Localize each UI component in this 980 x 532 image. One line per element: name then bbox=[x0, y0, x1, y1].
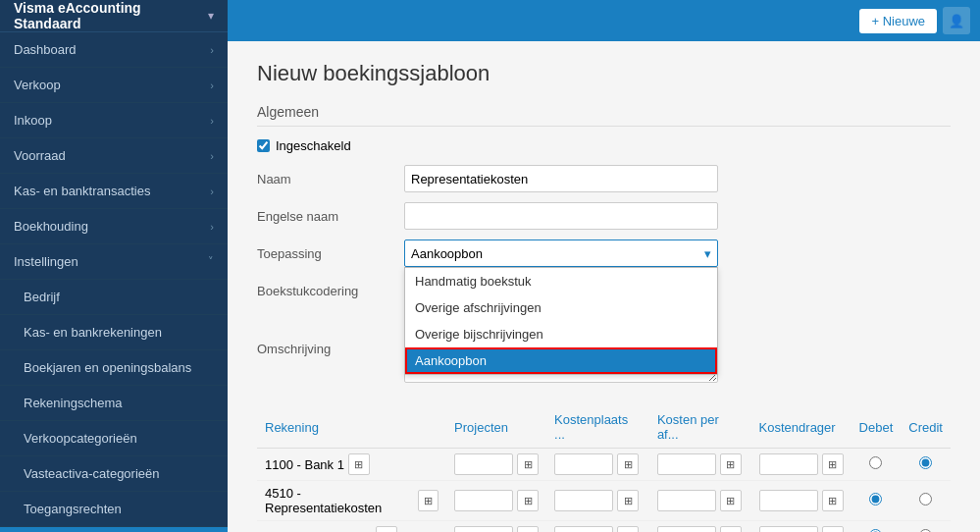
kostendrager-lookup-button[interactable]: ⊞ bbox=[822, 526, 844, 532]
kostendrager-lookup-button[interactable]: ⊞ bbox=[822, 490, 844, 511]
sidebar-item-inkoop[interactable]: Inkoop › bbox=[0, 103, 228, 138]
kosten-per-af-lookup-button[interactable]: ⊞ bbox=[720, 490, 742, 511]
sidebar-item-instellingen[interactable]: Instellingen ˅ bbox=[0, 244, 228, 280]
debet-cell bbox=[851, 481, 902, 521]
kostenplaats-input[interactable] bbox=[554, 453, 613, 475]
projecten-lookup-button[interactable]: ⊞ bbox=[517, 453, 539, 475]
sidebar-item-label: Boekhouding bbox=[14, 219, 88, 234]
kostenplaats-lookup-button[interactable]: ⊞ bbox=[617, 490, 639, 511]
debet-radio[interactable] bbox=[869, 456, 882, 469]
toepassing-group: Toepassing Aankoopbon ▾ Handmatig boekst… bbox=[257, 239, 951, 267]
sidebar-item-boekjaren[interactable]: Boekjaren en openingsbalans bbox=[0, 350, 228, 386]
credit-radio[interactable] bbox=[919, 493, 932, 505]
dropdown-arrow-icon: ▾ bbox=[704, 246, 711, 261]
kosten-per-af-lookup-button[interactable]: ⊞ bbox=[720, 453, 742, 475]
kosten-per-af-cell: ⊞ bbox=[649, 481, 751, 521]
credit-radio[interactable] bbox=[919, 456, 932, 469]
sidebar-item-kas-bank[interactable]: Kas- en banktransacties › bbox=[0, 174, 228, 209]
rekening-cell: 4510 - Representatiekosten ⊞ bbox=[257, 481, 446, 521]
sidebar-item-kas-bankrekeningen[interactable]: Kas- en bankrekeningen bbox=[0, 315, 228, 350]
sidebar-item-label: Verkoopcategorieën bbox=[24, 431, 137, 446]
kostenplaats-lookup-button[interactable]: ⊞ bbox=[617, 453, 639, 475]
col-debet: Debet bbox=[851, 406, 902, 449]
col-kostenplaats: Kostenplaats ... bbox=[546, 406, 649, 449]
sidebar-item-boekhouding[interactable]: Boekhouding › bbox=[0, 209, 228, 244]
rekening-lookup-button[interactable]: ⊞ bbox=[348, 453, 370, 475]
col-projecten: Projecten bbox=[446, 406, 546, 449]
chevron-right-icon: › bbox=[210, 115, 214, 127]
app-title: Visma eAccounting Standaard bbox=[14, 0, 208, 31]
kosten-per-af-lookup-button[interactable]: ⊞ bbox=[720, 526, 742, 532]
ingeschakeld-label: Ingeschakeld bbox=[276, 138, 351, 153]
rekening-cell: 1100 - Bank 1 ⊞ bbox=[257, 449, 446, 481]
naam-input[interactable] bbox=[404, 165, 718, 192]
sidebar-item-verkoop[interactable]: Verkoop › bbox=[0, 68, 228, 103]
projecten-input[interactable] bbox=[454, 526, 513, 532]
sidebar-item-rekeningschema[interactable]: Rekeningschema bbox=[0, 386, 228, 421]
engelse-naam-group: Engelse naam bbox=[257, 202, 951, 230]
sidebar-item-bedrijf[interactable]: Bedrijf bbox=[0, 280, 228, 315]
sidebar-item-toegangsrechten[interactable]: Toegangsrechten bbox=[0, 492, 228, 527]
sidebar-header[interactable]: Visma eAccounting Standaard ▾ bbox=[0, 0, 228, 32]
col-kostendrager: Kostendrager bbox=[751, 406, 851, 449]
profile-icon[interactable]: 👤 bbox=[943, 7, 970, 34]
toepassing-dropdown[interactable]: Aankoopbon ▾ Handmatig boekstuk Overige … bbox=[404, 239, 718, 267]
debet-cell bbox=[851, 521, 902, 533]
col-kosten-per-af: Kosten per af... bbox=[649, 406, 751, 449]
kosten-per-af-input[interactable] bbox=[657, 453, 716, 475]
kostendrager-cell: ⊞ bbox=[751, 449, 851, 481]
sidebar-item-label: Vasteactiva-categorieën bbox=[24, 466, 160, 481]
sidebar-item-label: Instellingen bbox=[14, 254, 78, 269]
new-button[interactable]: + Nieuwe bbox=[859, 9, 937, 33]
dropdown-option-handmatig[interactable]: Handmatig boekstuk bbox=[405, 268, 717, 294]
kosten-per-af-input[interactable] bbox=[657, 490, 716, 511]
debet-radio[interactable] bbox=[869, 493, 882, 505]
projecten-input[interactable] bbox=[454, 453, 513, 475]
sidebar-item-label: Kas- en banktransacties bbox=[14, 184, 150, 198]
sidebar-item-vasteactiva[interactable]: Vasteactiva-categorieën bbox=[0, 456, 228, 492]
kostenplaats-input[interactable] bbox=[554, 490, 613, 511]
debet-cell bbox=[851, 449, 902, 481]
sidebar-header-chevron-icon: ▾ bbox=[208, 9, 214, 23]
kostenplaats-lookup-button[interactable]: ⊞ bbox=[617, 526, 639, 532]
naam-group: Naam bbox=[257, 165, 951, 192]
toepassing-value: Aankoopbon bbox=[411, 246, 483, 261]
table-row: 1180 - Kruisposten ⊞ ⊞ ⊞ bbox=[257, 521, 951, 533]
table-row: 4510 - Representatiekosten ⊞ ⊞ ⊞ bbox=[257, 481, 951, 521]
table-row: 1100 - Bank 1 ⊞ ⊞ ⊞ bbox=[257, 449, 951, 481]
kostenplaats-input[interactable] bbox=[554, 526, 613, 532]
table-header-row: Rekening Projecten Kostenplaats ... Kost… bbox=[257, 406, 951, 449]
sidebar-item-voorraad[interactable]: Voorraad › bbox=[0, 138, 228, 174]
toepassing-select[interactable]: Aankoopbon ▾ bbox=[404, 239, 718, 267]
projecten-input[interactable] bbox=[454, 490, 513, 511]
ingeschakeld-checkbox[interactable] bbox=[257, 139, 270, 152]
toepassing-dropdown-menu: Handmatig boekstuk Overige afschrijvinge… bbox=[404, 267, 718, 375]
col-rekening: Rekening bbox=[257, 406, 446, 449]
sidebar-item-verkoopcategorieen[interactable]: Verkoopcategorieën bbox=[0, 421, 228, 456]
rekening-lookup-button[interactable]: ⊞ bbox=[376, 526, 397, 532]
credit-cell bbox=[901, 449, 951, 481]
page-title: Nieuw boekingssjabloon bbox=[257, 61, 951, 86]
sidebar-item-dashboard[interactable]: Dashboard › bbox=[0, 32, 228, 68]
kostendrager-input[interactable] bbox=[759, 490, 818, 511]
projecten-lookup-button[interactable]: ⊞ bbox=[517, 526, 539, 532]
sidebar-item-label: Inkoop bbox=[14, 113, 52, 128]
kostendrager-lookup-button[interactable]: ⊞ bbox=[822, 453, 844, 475]
dropdown-option-overige-afschrijvingen[interactable]: Overige afschrijvingen bbox=[405, 294, 717, 321]
engelse-naam-input[interactable] bbox=[404, 202, 718, 230]
omschrijving-label: Omschrijving bbox=[257, 342, 404, 356]
accounts-table-section: Rekening Projecten Kostenplaats ... Kost… bbox=[257, 406, 951, 532]
credit-cell bbox=[901, 521, 951, 533]
sidebar-item-boekingssjablonen[interactable]: Boekingssjablonen bbox=[0, 527, 228, 532]
projecten-cell: ⊞ bbox=[446, 521, 546, 533]
kostendrager-input[interactable] bbox=[759, 453, 818, 475]
dropdown-option-aankoopbon[interactable]: Aankoopbon bbox=[405, 347, 717, 374]
dropdown-option-overige-bijschrijvingen[interactable]: Overige bijschrijvingen bbox=[405, 321, 717, 347]
sidebar-item-label: Bedrijf bbox=[24, 290, 60, 304]
projecten-lookup-button[interactable]: ⊞ bbox=[517, 490, 539, 511]
kostendrager-input[interactable] bbox=[759, 526, 818, 532]
rekening-lookup-button[interactable]: ⊞ bbox=[418, 490, 438, 511]
sidebar-item-label: Boekjaren en openingsbalans bbox=[24, 360, 191, 375]
kosten-per-af-input[interactable] bbox=[657, 526, 716, 532]
kostenplaats-cell: ⊞ bbox=[546, 481, 649, 521]
